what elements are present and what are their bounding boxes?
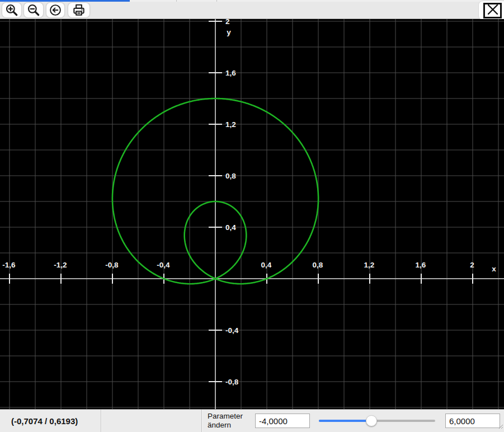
x-tick-label: -0,4 [157, 261, 170, 269]
x-tick-label: -1,6 [2, 261, 16, 269]
graph-svg[interactable]: -1,6-1,2-0,8-0,40,40,81,21,6221,61,20,80… [0, 19, 504, 409]
close-panel [478, 1, 504, 20]
back-button[interactable] [46, 2, 65, 18]
cursor-coordinates: (-0,7074 / 0,6193) [11, 410, 78, 432]
x-tick-label: 1,2 [364, 261, 375, 269]
printer-icon [72, 3, 86, 17]
app-window: -1,6-1,2-0,8-0,40,40,81,21,6221,61,20,80… [0, 0, 504, 432]
x-axis-letter: x [492, 265, 496, 273]
parameter-change-label: Parameter ändern [208, 412, 251, 430]
statusbar-divider [101, 410, 101, 432]
y-axis-letter: y [227, 28, 231, 36]
x-tick-label: 1,6 [416, 261, 426, 269]
status-bar: (-0,7074 / 0,6193) Parameter ändern [0, 409, 504, 432]
x-tick-label: -0,8 [105, 261, 119, 269]
close-button[interactable] [483, 3, 502, 18]
magnifier-plus-icon [4, 3, 19, 17]
x-tick-label: 2 [470, 261, 474, 269]
x-tick-label: -1,2 [54, 261, 67, 269]
y-tick-label: 0,4 [225, 223, 236, 232]
arrow-left-circle-icon [48, 3, 63, 17]
slider-thumb[interactable] [366, 415, 377, 426]
parameter-min-input[interactable] [255, 414, 310, 428]
x-tick-label: 0,8 [313, 261, 323, 269]
statusbar-divider [201, 410, 202, 432]
y-tick-label: -0,4 [225, 326, 239, 335]
y-tick-label: 1,2 [225, 120, 236, 129]
parameter-max-input[interactable] [445, 414, 500, 428]
y-tick-label: 1,6 [225, 69, 236, 77]
magnifier-minus-icon [26, 3, 41, 17]
resize-grip-icon[interactable] [497, 421, 503, 431]
zoom-out-button[interactable] [23, 2, 44, 18]
print-button[interactable] [68, 2, 90, 18]
x-tick-label: 0,4 [261, 261, 272, 269]
toolbar [0, 2, 504, 19]
y-tick-label: -0,8 [225, 378, 239, 386]
slider-fill [319, 420, 371, 422]
close-icon [487, 4, 499, 17]
y-tick-label: 2 [225, 19, 230, 26]
parameter-slider[interactable] [319, 410, 435, 432]
y-tick-label: 0,8 [225, 172, 236, 180]
graph-area[interactable]: -1,6-1,2-0,8-0,40,40,81,21,6221,61,20,80… [0, 19, 504, 409]
zoom-in-button[interactable] [2, 2, 22, 18]
